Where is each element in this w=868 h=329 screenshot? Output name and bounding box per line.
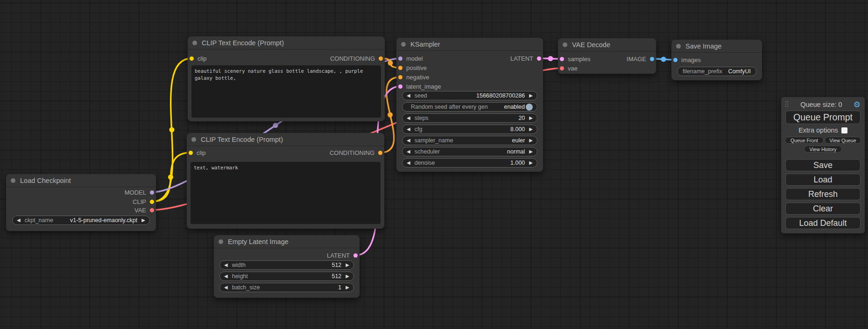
clip-port[interactable] bbox=[189, 151, 193, 155]
node-header[interactable]: Load Checkpoint bbox=[6, 174, 156, 187]
decrement-arrow-icon[interactable]: ◀ bbox=[224, 263, 228, 267]
latent-port[interactable] bbox=[560, 57, 564, 61]
node-header[interactable]: Save Image bbox=[671, 40, 762, 53]
vae-port[interactable] bbox=[150, 208, 154, 212]
link-dot bbox=[388, 112, 393, 118]
node-header[interactable]: CLIP Text Encode (Prompt) bbox=[187, 133, 384, 146]
refresh-button[interactable]: Refresh bbox=[785, 188, 861, 200]
node-graph-canvas[interactable]: Load Checkpoint MODEL CLIP VAE ◀ ckpt_na… bbox=[0, 0, 868, 329]
node-title: KSampler bbox=[410, 41, 440, 48]
link-dot bbox=[169, 127, 175, 133]
random-seed-toggle-widget[interactable]: Random seed after every gen enabled bbox=[402, 102, 537, 112]
conditioning-port[interactable] bbox=[379, 56, 383, 61]
clip-port[interactable] bbox=[190, 56, 194, 61]
increment-arrow-icon[interactable]: ▶ bbox=[529, 127, 533, 132]
decrement-arrow-icon[interactable]: ◀ bbox=[407, 138, 410, 143]
queue-front-button[interactable]: Queue Front bbox=[785, 137, 824, 144]
denoise-number-widget[interactable]: ◀ denoise 1.000 ▶ bbox=[402, 158, 537, 168]
clear-button[interactable]: Clear bbox=[785, 203, 861, 215]
output-slot-image: IMAGE bbox=[627, 55, 654, 63]
toggle-dot-icon[interactable] bbox=[526, 104, 533, 111]
positive-prompt-textarea[interactable]: beautiful scenery nature glass bottle la… bbox=[191, 65, 381, 118]
link-dot bbox=[661, 57, 666, 62]
filename-prefix-text-widget[interactable]: filename_prefix ComfyUI bbox=[677, 67, 756, 76]
increment-arrow-icon[interactable]: ▶ bbox=[346, 274, 349, 279]
extra-options-row: Extra options bbox=[781, 126, 865, 134]
node-header[interactable]: CLIP Text Encode (Prompt) bbox=[188, 36, 385, 49]
decrement-arrow-icon[interactable]: ◀ bbox=[407, 93, 410, 98]
node-clip-text-encode-negative: CLIP Text Encode (Prompt) clip CONDITION… bbox=[187, 133, 384, 229]
gear-icon[interactable]: ⚙ bbox=[854, 101, 861, 109]
latent-port[interactable] bbox=[353, 253, 358, 258]
link-dot bbox=[388, 61, 393, 66]
image-port[interactable] bbox=[650, 57, 654, 61]
collapse-dot-icon[interactable] bbox=[219, 239, 223, 244]
decrement-arrow-icon[interactable]: ◀ bbox=[407, 116, 410, 120]
extra-options-label: Extra options bbox=[798, 126, 838, 134]
collapse-dot-icon[interactable] bbox=[563, 42, 567, 47]
save-button[interactable]: Save bbox=[785, 159, 861, 171]
input-slot-latent-image: latent_image bbox=[398, 82, 441, 91]
latent-port[interactable] bbox=[537, 56, 541, 61]
node-clip-text-encode-positive: CLIP Text Encode (Prompt) clip CONDITION… bbox=[188, 36, 385, 121]
node-empty-latent-image: Empty Latent Image LATENT ◀ width 512 ▶ … bbox=[214, 235, 360, 298]
node-header[interactable]: Empty Latent Image bbox=[214, 235, 360, 248]
increment-arrow-icon[interactable]: ▶ bbox=[529, 149, 533, 154]
node-title: CLIP Text Encode (Prompt) bbox=[202, 39, 284, 47]
collapse-dot-icon[interactable] bbox=[676, 44, 681, 49]
queue-prompt-button[interactable]: Queue Prompt bbox=[785, 111, 861, 124]
output-slot-latent: LATENT bbox=[510, 54, 541, 63]
node-title: CLIP Text Encode (Prompt) bbox=[201, 136, 283, 143]
collapse-dot-icon[interactable] bbox=[192, 41, 197, 45]
queue-size-label: Queue size: 0 bbox=[789, 101, 854, 108]
conditioning-port[interactable] bbox=[398, 75, 402, 79]
height-number-widget[interactable]: ◀ height 512 ▶ bbox=[219, 272, 354, 281]
increment-arrow-icon[interactable]: ▶ bbox=[346, 263, 349, 267]
increment-arrow-icon[interactable]: ▶ bbox=[529, 116, 533, 120]
decrement-arrow-icon[interactable]: ◀ bbox=[407, 149, 410, 154]
clip-port[interactable] bbox=[150, 200, 154, 204]
vae-port[interactable] bbox=[560, 66, 564, 70]
conditioning-port[interactable] bbox=[378, 151, 382, 155]
sampler-name-combo[interactable]: ◀ sampler_name euler ▶ bbox=[402, 136, 537, 145]
collapse-dot-icon[interactable] bbox=[11, 178, 15, 183]
batch-size-number-widget[interactable]: ◀ batch_size 1 ▶ bbox=[219, 283, 354, 292]
seed-number-widget[interactable]: ◀ seed 156680208700286 ▶ bbox=[402, 91, 537, 100]
increment-arrow-icon[interactable]: ▶ bbox=[529, 93, 533, 98]
output-slot-latent: LATENT bbox=[327, 251, 358, 259]
view-history-button[interactable]: View History bbox=[804, 146, 842, 153]
negative-prompt-textarea[interactable]: text, watermark bbox=[191, 162, 381, 224]
scheduler-combo[interactable]: ◀ scheduler normal ▶ bbox=[402, 147, 537, 156]
increment-arrow-icon[interactable]: ▶ bbox=[529, 138, 533, 143]
collapse-dot-icon[interactable] bbox=[191, 137, 196, 142]
load-button[interactable]: Load bbox=[785, 174, 861, 186]
ckpt-name-combo[interactable]: ◀ ckpt_name v1-5-pruned-emaonly.ckpt ▶ bbox=[12, 216, 150, 225]
increment-arrow-icon[interactable]: ▶ bbox=[141, 218, 145, 223]
extra-options-checkbox[interactable] bbox=[841, 127, 847, 133]
latent-port[interactable] bbox=[398, 84, 402, 89]
input-slot-model: model bbox=[398, 54, 423, 63]
link-dot bbox=[548, 56, 553, 61]
decrement-arrow-icon[interactable]: ◀ bbox=[224, 274, 228, 279]
decrement-arrow-icon[interactable]: ◀ bbox=[407, 127, 410, 132]
link-dot bbox=[273, 123, 278, 128]
conditioning-port[interactable] bbox=[398, 66, 402, 70]
view-queue-button[interactable]: View Queue bbox=[825, 137, 861, 144]
collapse-dot-icon[interactable] bbox=[401, 42, 406, 47]
image-port[interactable] bbox=[673, 58, 677, 62]
output-slot-conditioning: CONDITIONING bbox=[330, 148, 382, 157]
width-number-widget[interactable]: ◀ width 512 ▶ bbox=[219, 260, 354, 270]
node-header[interactable]: KSampler bbox=[396, 38, 543, 51]
model-port[interactable] bbox=[398, 56, 402, 61]
increment-arrow-icon[interactable]: ▶ bbox=[346, 285, 349, 290]
steps-number-widget[interactable]: ◀ steps 20 ▶ bbox=[402, 113, 537, 123]
decrement-arrow-icon[interactable]: ◀ bbox=[17, 218, 21, 223]
decrement-arrow-icon[interactable]: ◀ bbox=[407, 161, 410, 165]
increment-arrow-icon[interactable]: ▶ bbox=[529, 161, 533, 165]
drag-handle-icon[interactable] bbox=[785, 101, 789, 108]
model-port[interactable] bbox=[150, 190, 154, 195]
decrement-arrow-icon[interactable]: ◀ bbox=[224, 285, 228, 290]
cfg-number-widget[interactable]: ◀ cfg 8.000 ▶ bbox=[402, 125, 537, 134]
load-default-button[interactable]: Load Default bbox=[785, 217, 861, 229]
node-header[interactable]: VAE Decode bbox=[558, 38, 656, 51]
